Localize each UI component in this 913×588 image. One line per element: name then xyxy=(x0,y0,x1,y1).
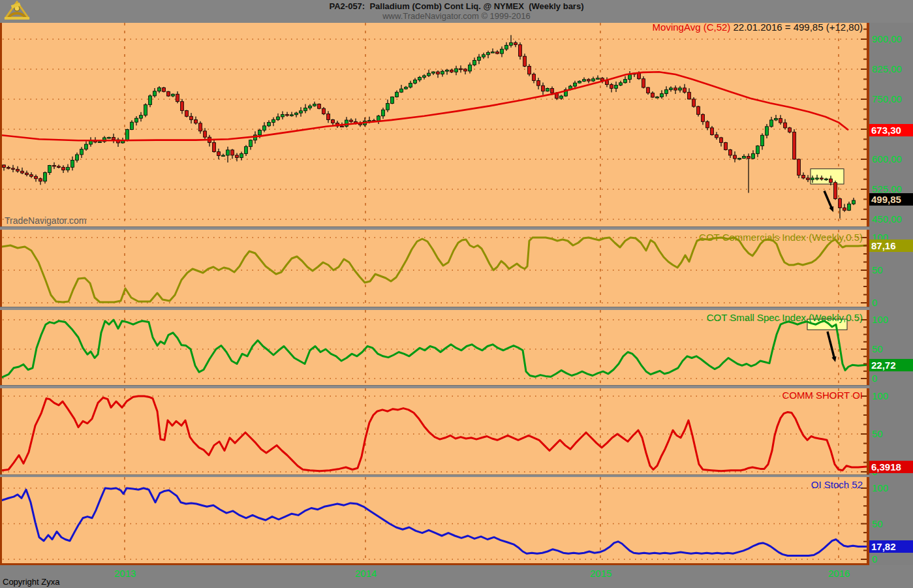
year-label-2014: 2014 xyxy=(355,568,377,579)
candle-up xyxy=(172,94,175,96)
candle-up xyxy=(478,57,481,60)
candle-up xyxy=(153,91,157,96)
comm-short-oi-plot[interactable] xyxy=(0,388,869,474)
candle-up xyxy=(300,111,303,113)
page-subtitle: www.TradeNavigator.com © 1999-2016 xyxy=(0,11,913,21)
candle-down xyxy=(674,88,677,90)
candle-down xyxy=(496,52,499,54)
axis-tick-label: 50 xyxy=(872,264,883,275)
axis-tick-label: 100 xyxy=(872,390,888,401)
candle-up xyxy=(487,52,490,54)
candle-down xyxy=(839,198,842,208)
candle-down xyxy=(793,132,796,159)
candle-up xyxy=(473,61,476,65)
candle-up xyxy=(752,153,755,159)
candle-up xyxy=(85,144,88,149)
candle-down xyxy=(236,155,239,158)
current-value-box: 673,30 xyxy=(869,124,913,136)
oi-stoch-panel[interactable] xyxy=(0,477,869,563)
candle-up xyxy=(391,97,394,104)
candle-down xyxy=(638,73,641,79)
candle-up xyxy=(546,88,549,91)
candle-up xyxy=(482,55,486,57)
candle-up xyxy=(80,149,84,155)
chart-left-border xyxy=(0,230,2,307)
candle-up xyxy=(414,80,417,84)
axis-tick-label: 50 xyxy=(872,428,883,439)
axis-tick-label: 0 xyxy=(872,553,877,565)
candle-down xyxy=(231,150,234,155)
candle-down xyxy=(724,142,728,149)
axis-tick-label: 50 xyxy=(872,518,883,529)
candle-up xyxy=(738,158,741,159)
candle-up xyxy=(596,78,600,80)
candle-up xyxy=(578,81,581,83)
candle-down xyxy=(162,88,166,92)
candle-up xyxy=(418,78,422,80)
comm-short-oi-panel[interactable] xyxy=(0,388,869,474)
candle-up xyxy=(290,115,294,116)
candle-up xyxy=(624,80,627,83)
candle-up xyxy=(670,88,673,90)
candle-down xyxy=(459,69,463,70)
candle-down xyxy=(286,114,289,116)
axis-tick-label: 450,00 xyxy=(872,213,902,224)
candle-up xyxy=(405,87,408,89)
copyright-text: Copyright Zyxa xyxy=(3,577,59,587)
candle-up xyxy=(427,73,431,76)
candle-up xyxy=(491,52,495,54)
candle-down xyxy=(341,126,344,127)
candle-up xyxy=(126,130,129,140)
candle-down xyxy=(185,110,189,116)
candle-down xyxy=(702,114,705,121)
candle-up xyxy=(48,165,52,172)
candle-up xyxy=(852,200,856,204)
candle-up xyxy=(67,167,70,170)
price-axis-column[interactable]: 900,00825,00750,00675,00600,00525,00450,… xyxy=(869,23,913,565)
candle-up xyxy=(665,89,668,93)
candle-up xyxy=(756,146,760,154)
candle-down xyxy=(797,159,801,176)
axis-tick-label: 100 xyxy=(872,482,888,493)
axis-tick-label: 600,00 xyxy=(872,153,902,164)
price-plot[interactable] xyxy=(0,23,869,226)
candle-up xyxy=(743,156,746,158)
candle-down xyxy=(729,150,732,155)
candle-up xyxy=(240,153,243,157)
candle-up xyxy=(825,179,828,180)
candle-up xyxy=(268,123,271,126)
oi-stoch-52-plot[interactable] xyxy=(0,477,869,563)
moving-avg-label: MovingAvg (C,52) xyxy=(653,22,731,33)
candle-down xyxy=(21,171,24,173)
candle-down xyxy=(651,93,655,97)
candle-up xyxy=(628,74,632,80)
candle-down xyxy=(167,91,170,96)
candle-up xyxy=(258,130,262,134)
price-panel[interactable] xyxy=(0,23,869,226)
candle-up xyxy=(455,69,458,72)
candle-down xyxy=(514,42,518,44)
candle-down xyxy=(779,119,782,123)
candle-up xyxy=(249,140,253,147)
candle-down xyxy=(711,128,714,135)
candle-up xyxy=(226,150,230,155)
candle-up xyxy=(263,126,266,131)
candle-up xyxy=(848,204,851,211)
panel-background xyxy=(0,388,869,474)
candle-down xyxy=(7,167,10,168)
candle-up xyxy=(510,42,513,45)
candle-up xyxy=(501,49,504,54)
annotation-highlight-box[interactable] xyxy=(811,169,844,184)
axis-tick-label: 900,00 xyxy=(872,33,902,44)
candle-down xyxy=(788,128,792,132)
candle-up xyxy=(505,45,508,49)
candle-down xyxy=(784,123,787,128)
candle-up xyxy=(277,117,280,119)
candle-up xyxy=(304,108,307,110)
candle-up xyxy=(656,97,659,98)
chart-left-border xyxy=(0,310,2,385)
candle-down xyxy=(834,183,837,199)
candle-up xyxy=(44,173,47,181)
cot-commercials-title: COT Commercials Index (Weekly,0.5) xyxy=(699,232,863,243)
candle-down xyxy=(350,120,353,121)
